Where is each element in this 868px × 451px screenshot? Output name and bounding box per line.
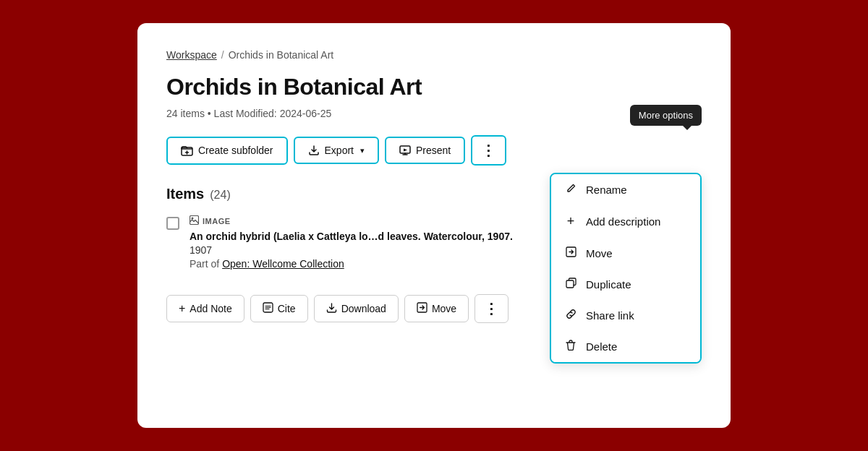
move-item-button[interactable]: Move xyxy=(404,295,469,322)
create-subfolder-button[interactable]: Create subfolder xyxy=(166,137,288,165)
more-options-tooltip: More options xyxy=(630,105,702,126)
cite-label: Cite xyxy=(278,303,296,314)
present-button[interactable]: Present xyxy=(385,137,465,164)
export-label: Export xyxy=(325,145,354,156)
image-icon xyxy=(190,215,199,227)
create-subfolder-icon xyxy=(181,145,193,157)
move-label: Move xyxy=(586,247,613,259)
move-icon xyxy=(564,246,577,260)
delete-icon xyxy=(564,340,577,353)
duplicate-label: Duplicate xyxy=(586,278,631,291)
item-source-link[interactable]: Open: Wellcome Collection xyxy=(222,258,344,270)
cite-icon xyxy=(263,302,273,315)
item-more-options-icon: ⋮ xyxy=(484,301,499,316)
items-label: Items xyxy=(166,186,204,202)
dropdown-menu: Rename + Add description Move xyxy=(550,173,702,364)
breadcrumb-workspace-link[interactable]: Workspace xyxy=(166,49,217,61)
dropdown-item-move[interactable]: Move xyxy=(551,238,700,269)
add-description-label: Add description xyxy=(586,215,660,228)
item-type-label: IMAGE xyxy=(203,217,231,226)
present-icon xyxy=(399,145,411,156)
item-checkbox[interactable] xyxy=(166,217,179,230)
more-options-button[interactable]: ⋮ xyxy=(471,135,506,166)
dropdown-item-delete[interactable]: Delete xyxy=(551,331,700,362)
rename-label: Rename xyxy=(586,184,627,196)
items-count: (24) xyxy=(210,189,230,202)
more-options-icon: ⋮ xyxy=(481,143,496,158)
dropdown-item-rename[interactable]: Rename xyxy=(551,174,700,205)
svg-point-5 xyxy=(192,218,194,220)
item-type-badge: IMAGE xyxy=(190,215,513,227)
item-content: IMAGE An orchid hybrid (Laelia x Cattley… xyxy=(190,215,513,270)
cite-button[interactable]: Cite xyxy=(250,295,308,322)
item-source: Part of Open: Wellcome Collection xyxy=(190,258,513,270)
main-card: Workspace / Orchids in Botanical Art Orc… xyxy=(137,23,731,428)
present-label: Present xyxy=(416,145,451,156)
move-item-label: Move xyxy=(432,303,456,314)
download-label: Download xyxy=(341,303,386,314)
rename-icon xyxy=(564,183,577,197)
download-button[interactable]: Download xyxy=(314,295,399,322)
export-icon xyxy=(308,145,320,156)
export-button[interactable]: Export ▾ xyxy=(294,137,379,164)
download-icon xyxy=(326,302,337,315)
item-year: 1907 xyxy=(190,244,513,256)
move-item-icon xyxy=(417,302,427,315)
breadcrumb-current: Orchids in Botanical Art xyxy=(229,49,334,61)
item-title: An orchid hybrid (Laelia x Cattleya lo…d… xyxy=(190,231,513,242)
dropdown-item-duplicate[interactable]: Duplicate xyxy=(551,269,700,300)
add-note-icon: + xyxy=(179,302,185,315)
svg-rect-3 xyxy=(566,280,574,288)
add-note-button[interactable]: + Add Note xyxy=(166,295,244,322)
share-link-icon xyxy=(564,309,577,322)
add-description-icon: + xyxy=(564,214,577,229)
dropdown-item-add-description[interactable]: + Add description xyxy=(551,205,700,238)
dropdown-item-share-link[interactable]: Share link xyxy=(551,300,700,331)
delete-label: Delete xyxy=(586,340,617,353)
duplicate-icon xyxy=(564,278,577,291)
breadcrumb: Workspace / Orchids in Botanical Art xyxy=(166,49,702,61)
item-more-options-button[interactable]: ⋮ xyxy=(475,294,509,323)
page-meta: 24 items • Last Modified: 2024-06-25 xyxy=(166,108,702,119)
export-chevron-icon: ▾ xyxy=(360,146,365,155)
toolbar: Create subfolder Export ▾ Present xyxy=(166,135,702,166)
add-note-label: Add Note xyxy=(190,303,231,314)
breadcrumb-separator: / xyxy=(221,49,224,61)
share-link-label: Share link xyxy=(586,309,634,322)
create-subfolder-label: Create subfolder xyxy=(198,145,273,156)
page-title: Orchids in Botanical Art xyxy=(166,74,702,100)
